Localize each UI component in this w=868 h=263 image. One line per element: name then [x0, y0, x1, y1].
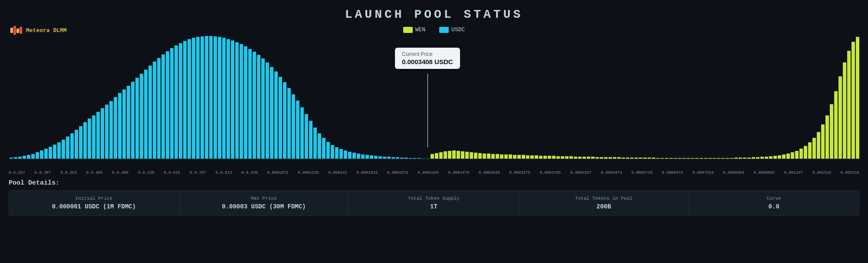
svg-rect-44 [183, 41, 187, 159]
pool-cell-initial-price: Initial Price 0.000001 USDC (1M FDMC) [9, 191, 179, 215]
svg-rect-107 [457, 151, 460, 159]
svg-rect-1 [13, 26, 16, 35]
svg-rect-199 [856, 37, 859, 159]
svg-rect-135 [578, 157, 582, 159]
svg-rect-69 [292, 94, 295, 159]
svg-rect-106 [452, 150, 456, 159]
cell-value-tokens-in-pool: 200B [528, 203, 680, 210]
svg-rect-72 [305, 114, 308, 159]
svg-rect-65 [274, 71, 278, 159]
svg-rect-47 [196, 37, 200, 159]
cell-value-initial-price: 0.000001 USDC (1M FDMC) [18, 203, 170, 210]
svg-rect-6 [18, 157, 22, 159]
svg-rect-21 [83, 122, 87, 159]
svg-rect-81 [344, 150, 347, 159]
svg-rect-58 [244, 46, 247, 159]
svg-rect-198 [852, 42, 855, 159]
svg-rect-134 [574, 157, 577, 159]
cell-label-initial-price: Initial Price [18, 196, 170, 201]
logo-text: Meteora DLMM [26, 27, 67, 34]
svg-rect-45 [187, 39, 191, 159]
cell-value-max-price: 0.00003 USDC (30M FDMC) [188, 203, 340, 210]
svg-rect-23 [92, 115, 95, 159]
legend: WEN USDC [0, 26, 868, 33]
svg-rect-178 [765, 157, 768, 159]
svg-rect-78 [331, 145, 334, 159]
svg-rect-40 [166, 51, 169, 159]
svg-rect-8 [27, 155, 30, 159]
svg-rect-2 [16, 29, 19, 33]
svg-rect-123 [526, 156, 529, 159]
svg-rect-74 [313, 127, 317, 159]
svg-rect-192 [825, 115, 829, 159]
svg-rect-15 [57, 143, 61, 159]
wen-color-box [403, 27, 413, 33]
svg-rect-33 [135, 78, 139, 159]
svg-rect-103 [439, 152, 443, 159]
svg-rect-79 [335, 147, 339, 159]
svg-rect-37 [153, 62, 156, 159]
svg-rect-124 [530, 156, 534, 159]
svg-rect-48 [201, 36, 204, 159]
svg-rect-27 [109, 101, 113, 159]
svg-rect-17 [66, 136, 69, 159]
pool-cell-curve: Curve 0.6 [689, 191, 859, 215]
svg-rect-87 [370, 156, 373, 159]
chart-area: Current Price 0.0003408 USDC [0, 36, 868, 174]
usdc-color-box [439, 27, 449, 33]
svg-rect-101 [431, 154, 434, 159]
cell-label-curve: Curve [697, 196, 850, 201]
svg-rect-93 [396, 157, 399, 159]
svg-rect-191 [821, 124, 825, 159]
svg-rect-11 [40, 150, 43, 159]
legend-item-wen: WEN [403, 26, 425, 33]
svg-rect-31 [127, 86, 130, 159]
svg-rect-7 [23, 156, 26, 159]
svg-rect-109 [465, 152, 469, 159]
svg-rect-131 [561, 156, 564, 159]
cell-value-total-supply: 1T [358, 203, 510, 210]
svg-rect-46 [192, 38, 195, 159]
pool-details-grid: Initial Price 0.000001 USDC (1M FDMC) Ma… [9, 190, 859, 216]
svg-rect-3 [20, 27, 22, 34]
svg-rect-187 [804, 146, 807, 159]
tooltip-value: 0.0003408 USDC [402, 58, 453, 65]
svg-rect-111 [474, 153, 477, 159]
svg-rect-53 [222, 38, 226, 159]
usdc-label: USDC [451, 26, 465, 33]
cell-label-max-price: Max Price [188, 196, 340, 201]
svg-rect-176 [756, 157, 760, 159]
svg-rect-112 [478, 153, 482, 159]
svg-rect-30 [122, 89, 126, 159]
svg-rect-77 [326, 142, 330, 159]
svg-rect-62 [261, 58, 265, 159]
svg-rect-61 [257, 55, 260, 159]
svg-rect-80 [339, 149, 343, 159]
svg-rect-25 [101, 108, 104, 159]
svg-rect-105 [448, 151, 451, 159]
page-title: LAUNCH POOL STATUS [0, 0, 868, 25]
svg-rect-42 [174, 45, 178, 159]
svg-rect-67 [283, 82, 286, 159]
svg-rect-0 [10, 28, 13, 33]
svg-rect-119 [509, 154, 512, 159]
svg-rect-19 [75, 130, 78, 159]
svg-rect-114 [487, 153, 490, 159]
svg-rect-104 [444, 151, 447, 159]
svg-rect-41 [170, 48, 174, 159]
svg-rect-49 [205, 36, 208, 159]
svg-rect-193 [830, 104, 833, 159]
svg-rect-177 [760, 157, 764, 159]
svg-rect-54 [227, 39, 230, 159]
pool-cell-total-supply: Total Token Supply 1T [349, 191, 519, 215]
svg-rect-71 [300, 107, 304, 159]
svg-rect-66 [279, 77, 282, 159]
tooltip-line [427, 74, 428, 147]
svg-rect-144 [617, 157, 621, 159]
svg-rect-56 [235, 42, 239, 159]
svg-rect-18 [70, 133, 74, 159]
svg-rect-10 [36, 152, 39, 159]
svg-rect-20 [79, 126, 82, 159]
svg-rect-194 [834, 91, 838, 159]
svg-rect-139 [595, 157, 599, 159]
